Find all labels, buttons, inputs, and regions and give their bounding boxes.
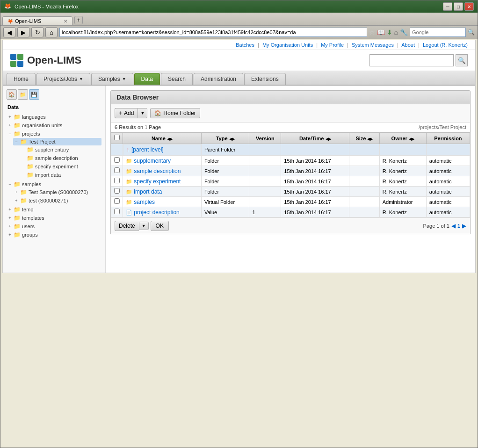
forward-button[interactable]: ▶ — [17, 27, 29, 37]
tree-row-import-data[interactable]: 📁 import data — [20, 171, 101, 179]
folder-icon-id-row: 📁 — [126, 189, 132, 195]
restore-button[interactable]: □ — [454, 2, 463, 11]
about-link[interactable]: About — [401, 42, 415, 48]
col-version[interactable]: Version — [249, 133, 281, 144]
google-search-input[interactable] — [410, 28, 466, 37]
tree-item-groups: + 📁 groups — [7, 231, 101, 239]
my-profile-link[interactable]: My Profile — [321, 42, 344, 48]
tree-row-test-sample-270[interactable]: + 📁 Test Sample (S00000270) — [13, 188, 101, 196]
tab-samples[interactable]: Samples ▼ — [91, 73, 133, 85]
logout-link[interactable]: Logout (R. Konertz) — [423, 42, 468, 48]
col-type[interactable]: Type ◀▶ — [201, 133, 249, 144]
check-sd[interactable] — [114, 167, 120, 173]
addon-icon[interactable]: 🔧 — [400, 29, 408, 36]
pd-link[interactable]: project description — [134, 209, 179, 216]
home-folder-button[interactable]: 🏠 Home Folder — [150, 108, 200, 118]
se-link[interactable]: specify experiment — [134, 178, 181, 185]
tree-item-test-s271: + 📁 test (S00000271) — [13, 196, 101, 205]
sidebar-home-btn[interactable]: 🏠 — [7, 89, 17, 100]
parent-link[interactable]: [parent level] — [131, 146, 164, 153]
tree-row-test-project[interactable]: − 📁 Test Project — [13, 138, 101, 145]
home-nav-button[interactable]: ⌂ — [45, 27, 58, 37]
sidebar-toolbar: 🏠 📁 💾 — [7, 89, 101, 100]
google-search-icon[interactable]: 🔍 — [468, 29, 475, 36]
tree-row-languages[interactable]: + 📁 languages — [7, 113, 101, 121]
logo-search-input[interactable] — [369, 54, 454, 66]
samples-arrow: ▼ — [122, 77, 126, 81]
row-version-sd — [249, 166, 281, 176]
check-supp[interactable] — [114, 157, 120, 163]
batches-link[interactable]: Batches — [236, 42, 254, 48]
address-input[interactable] — [59, 28, 367, 37]
check-samples-row[interactable] — [114, 198, 120, 204]
check-id[interactable] — [114, 188, 120, 194]
tree-row-users[interactable]: + 📁 users — [7, 223, 101, 230]
delete-dropdown-button[interactable]: ▼ — [139, 222, 149, 230]
my-org-units-link[interactable]: My Organisation Units — [262, 42, 313, 48]
row-name-sd: 📁 sample description — [123, 166, 202, 176]
title-bar: 🦊 Open-LIMS - Mozilla Firefox ─ □ ✕ — [0, 0, 478, 13]
table-row: 📁 supplementary Folder 15th Jan 2014 16:… — [111, 156, 470, 166]
tree-row-sample-desc[interactable]: 📁 sample description — [20, 154, 101, 162]
tree-row-templates[interactable]: + 📁 templates — [7, 214, 101, 222]
tree-row-projects[interactable]: − 📁 projects — [7, 130, 101, 137]
tree-row-groups[interactable]: + 📁 groups — [7, 231, 101, 238]
star-icon[interactable]: ☆ — [369, 29, 375, 36]
add-button[interactable]: + Add — [115, 108, 138, 118]
tree-row-specify-exp[interactable]: 📁 specify experiment — [20, 163, 101, 170]
browser-tab[interactable]: 🦊 Open-LIMS ✕ — [2, 16, 72, 25]
check-pd[interactable] — [114, 209, 120, 214]
tree-row-supplementary[interactable]: 📁 supplementary — [20, 146, 101, 153]
folder-icon-ts270: 📁 — [20, 189, 27, 195]
logo-search-button[interactable]: 🔍 — [456, 54, 468, 66]
new-tab-button[interactable]: + — [74, 16, 83, 24]
tree-label-supp: supplementary — [35, 147, 69, 152]
id-link[interactable]: import data — [134, 188, 162, 195]
col-permission[interactable]: Permission — [426, 133, 470, 144]
prev-page-button[interactable]: ◀ — [451, 223, 456, 229]
data-table: Name ◀▶ Type ◀▶ Version Date/Time ◀▶ Siz… — [111, 132, 470, 217]
samples-row-link[interactable]: samples — [134, 199, 155, 205]
download-icon[interactable]: ⬇ — [387, 29, 392, 36]
ok-button[interactable]: OK — [151, 221, 169, 231]
tree-row-org-units[interactable]: + 📁 organisation units — [7, 122, 101, 129]
sd-link[interactable]: sample description — [134, 168, 181, 174]
tab-extensions[interactable]: Extensions — [244, 73, 286, 85]
home-folder-label: Home Folder — [163, 110, 196, 116]
next-page-button[interactable]: ▶ — [462, 223, 466, 229]
results-path-bar: 6 Results on 1 Page /projects/Test Proje… — [111, 123, 470, 132]
tab-projects-jobs[interactable]: Projects/Jobs ▼ — [36, 73, 90, 85]
tree-row-test-s271[interactable]: + 📁 test (S00000271) — [13, 197, 101, 204]
back-button[interactable]: ◀ — [3, 27, 15, 37]
col-size[interactable]: Size ◀▶ — [349, 133, 379, 144]
tab-administration[interactable]: Administration — [194, 73, 243, 85]
delete-button[interactable]: Delete — [115, 221, 139, 231]
close-button[interactable]: ✕ — [464, 2, 474, 11]
system-messages-link[interactable]: System Messages — [352, 42, 394, 48]
logo-sq-tr — [17, 54, 23, 60]
tree-row-samples[interactable]: − 📁 samples — [7, 181, 101, 188]
tab-data[interactable]: Data — [134, 73, 160, 85]
tab-close-icon[interactable]: ✕ — [64, 19, 67, 24]
data-browser: Data Browser + Add ▼ — [106, 86, 475, 273]
bookmark-icon[interactable]: 📖 — [377, 29, 385, 36]
supp-link[interactable]: supplementary — [134, 158, 171, 164]
col-name[interactable]: Name ◀▶ — [123, 133, 202, 144]
sidebar-folder-btn[interactable]: 📁 — [18, 89, 28, 100]
type-sort-icon: ◀▶ — [229, 137, 235, 141]
check-se[interactable] — [114, 178, 120, 183]
col-datetime[interactable]: Date/Time ◀▶ — [281, 133, 349, 144]
col-owner[interactable]: Owner ◀▶ — [379, 133, 426, 144]
add-dropdown-button[interactable]: ▼ — [138, 108, 147, 118]
sidebar-upload-btn[interactable]: 💾 — [29, 89, 39, 100]
tab-search[interactable]: Search — [161, 73, 193, 85]
tab-home[interactable]: Home — [7, 73, 36, 85]
row-size-parent — [349, 144, 379, 156]
tree-item-import-data: 📁 import data — [20, 171, 101, 179]
reload-button[interactable]: ↻ — [31, 27, 43, 37]
tree-row-temp[interactable]: + 📁 temp — [7, 206, 101, 213]
select-all-checkbox[interactable] — [114, 135, 120, 140]
nav-icon[interactable]: ⌂ — [394, 29, 398, 36]
minimize-button[interactable]: ─ — [443, 2, 452, 11]
row-type-id: Folder — [201, 187, 249, 197]
